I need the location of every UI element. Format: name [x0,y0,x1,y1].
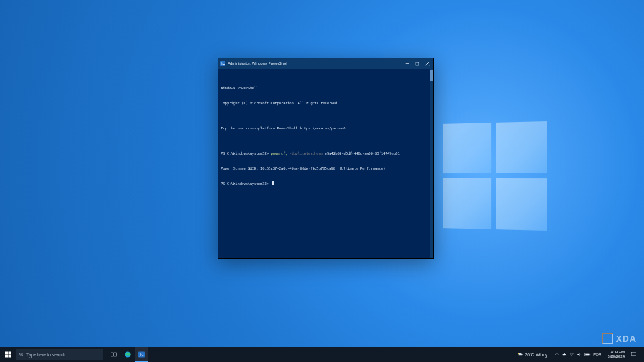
taskbar: Type here to search 26°C Windy POR 4:03 … [0,347,644,362]
show-desktop-button[interactable] [641,347,644,362]
scrollbar-thumb[interactable] [430,70,433,81]
terminal-output[interactable]: Windows PowerShell Copyright (C) Microso… [218,69,433,258]
language-indicator[interactable]: POR [593,353,601,356]
windows-logo-wallpaper [443,121,547,231]
task-view-button[interactable] [107,347,121,362]
svg-rect-15 [586,353,589,355]
volume-icon[interactable] [577,352,582,358]
svg-rect-2 [5,352,8,354]
close-button[interactable] [423,59,431,68]
battery-icon[interactable] [584,352,591,358]
terminal-prompt: PS C:\Windows\system32> [221,181,431,186]
window-title: Administrator: Windows PowerShell [228,62,401,65]
svg-point-6 [19,353,22,355]
search-input[interactable]: Type here to search [16,349,103,360]
weather-temp: 26°C [525,353,535,357]
chevron-up-icon[interactable] [555,352,559,357]
minimize-button[interactable] [402,59,411,68]
svg-rect-1 [416,62,419,65]
weather-widget[interactable]: 26°C Windy [513,347,552,362]
svg-rect-4 [5,355,8,358]
window-titlebar[interactable]: Administrator: Windows PowerShell [218,58,433,69]
clock-time: 4:03 PM [611,350,625,354]
svg-rect-7 [111,353,114,356]
weather-label: Windy [536,353,547,357]
terminal-line: Windows PowerShell [221,85,431,90]
weather-icon [517,351,523,358]
system-tray[interactable]: POR [551,347,605,362]
svg-rect-8 [114,353,117,356]
terminal-line: Power Scheme GUID: 10c53c37-2a0b-49ea-86… [221,166,431,171]
edge-taskbar-icon[interactable] [121,347,135,362]
search-icon [19,352,24,357]
start-button[interactable] [0,347,16,362]
maximize-button[interactable] [413,59,421,68]
network-icon[interactable] [569,352,574,358]
onedrive-icon[interactable] [562,352,567,358]
xda-text: XDA [616,334,636,344]
powershell-window: Administrator: Windows PowerShell Window… [218,58,434,259]
terminal-line: Try the new cross-platform PowerShell ht… [221,126,431,131]
xda-logo-icon [602,333,613,344]
terminal-line: Copyright (C) Microsoft Corporation. All… [221,101,431,106]
search-placeholder: Type here to search [26,353,65,357]
xda-watermark: XDA [602,333,636,344]
clock-date: 8/20/2024 [608,354,625,359]
svg-rect-16 [632,353,636,356]
svg-rect-3 [9,352,12,354]
svg-rect-14 [590,354,591,355]
svg-point-12 [572,356,572,356]
powershell-icon [220,61,225,66]
powershell-taskbar-icon[interactable] [135,347,148,362]
clock[interactable]: 4:03 PM 8/20/2024 [605,347,627,362]
notifications-button[interactable] [627,347,641,362]
cursor [272,181,274,185]
svg-rect-5 [9,355,12,358]
terminal-line: PS C:\Windows\system32> powercfg -duplic… [221,151,431,156]
scrollbar[interactable] [430,69,433,258]
